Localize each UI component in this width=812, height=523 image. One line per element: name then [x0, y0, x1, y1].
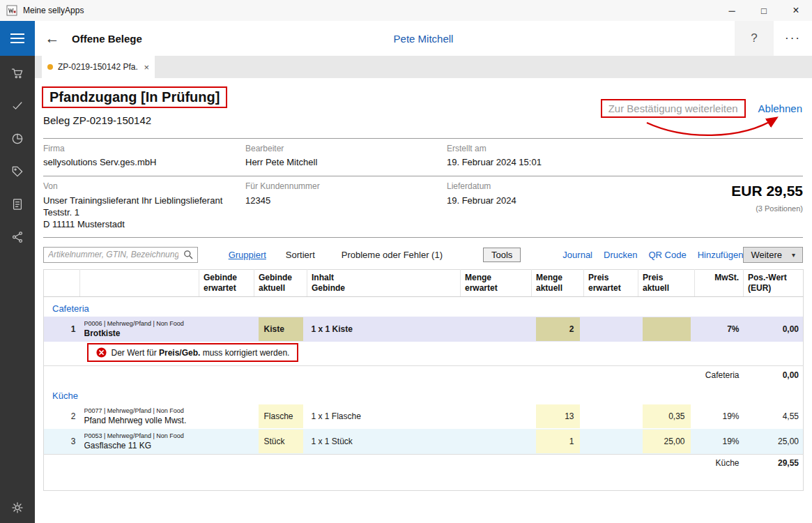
von-line1: Unser Trainingslieferant Ihr Lieblingsli… [43, 195, 222, 206]
mwst-cell: 19% [695, 404, 744, 429]
col-header-gebinde-erwartet[interactable]: Gebindeerwartet [199, 270, 254, 297]
table-row[interactable]: 2 P0077 | Mehrweg/Pfand | Non Food Pfand… [44, 404, 804, 429]
erstellt-am-value: 19. Februar 2024 15:01 [447, 157, 542, 167]
gruppiert-link[interactable]: Gruppiert [229, 250, 266, 260]
pos-wert-cell: 0,00 [744, 317, 804, 342]
col-header-menge-aktuell[interactable]: Mengeaktuell [532, 270, 584, 297]
preis-erwartet-cell [584, 317, 638, 342]
journal-link[interactable]: Journal [562, 250, 592, 260]
menge-erwartet-cell [461, 404, 532, 429]
search-icon[interactable] [183, 249, 194, 260]
share-icon[interactable] [10, 230, 24, 244]
divider [43, 237, 803, 238]
cart-icon[interactable] [10, 66, 24, 80]
tab-label: ZP-0219-150142 Pfa... [58, 62, 138, 72]
bearbeiter-value: Herr Pete Mitchell [245, 157, 317, 167]
group-subtotal-kueche: Küche 29,55 [44, 454, 804, 472]
error-text-pre: Der Wert für [112, 348, 159, 358]
row-number: 3 [44, 429, 80, 455]
app-logo-icon [6, 5, 17, 16]
col-header-preis-aktuell[interactable]: Preisaktuell [638, 270, 695, 297]
inhalt-gebinde-cell: 1 x 1 Stück [307, 429, 461, 455]
gebinde-erwartet-cell [199, 429, 254, 455]
minimize-icon[interactable]: ─ [716, 0, 748, 21]
weitere-dropdown-button[interactable]: Weitere ▾ [743, 247, 803, 263]
close-icon[interactable]: × [780, 0, 812, 21]
book-icon[interactable] [10, 197, 24, 211]
lieferdatum-value: 19. Februar 2024 [447, 195, 516, 206]
pie-chart-icon[interactable] [10, 132, 24, 146]
menge-aktuell-cell[interactable]: 1 [532, 429, 584, 455]
document-number: Beleg ZP-0219-150142 [43, 114, 151, 126]
window-controls: ─ □ × [716, 0, 812, 21]
qr-code-link[interactable]: QR Code [648, 250, 686, 260]
group-header-cafeteria: Cafeteria [44, 297, 804, 317]
von-line3: D 11111 Musterstadt [43, 219, 125, 229]
search-input[interactable] [44, 250, 183, 259]
article-cell: P0053 | Mehrweg/Pfand | Non Food Gasflas… [80, 429, 199, 455]
app-header: Pete Mitchell ← Offene Belege ? ··· [0, 21, 812, 56]
preis-aktuell-cell[interactable]: 0,35 [638, 404, 695, 429]
reject-button[interactable]: Ablehnen [758, 103, 802, 114]
divider [43, 138, 803, 139]
tools-button[interactable]: Tools [483, 248, 521, 262]
tab-close-icon[interactable]: × [138, 62, 149, 73]
gebinde-aktuell-cell[interactable]: Stück [254, 429, 307, 455]
help-button[interactable]: ? [735, 21, 774, 56]
table-spacer [44, 472, 804, 490]
menge-aktuell-cell[interactable]: 2 [532, 317, 584, 342]
checkmark-icon[interactable] [10, 99, 24, 113]
gebinde-erwartet-cell [199, 404, 254, 429]
table-row[interactable]: 1 P0006 | Mehrweg/Pfand | Non Food Brotk… [44, 317, 804, 342]
col-header-mwst[interactable]: MwSt. [695, 270, 744, 297]
tag-icon[interactable] [10, 165, 24, 179]
pos-wert-cell: 4,55 [744, 404, 804, 429]
hamburger-menu-icon[interactable] [0, 21, 35, 56]
col-header-pos-wert[interactable]: Pos.-Wert(EUR) [744, 270, 804, 297]
col-header-num [44, 270, 80, 297]
document-title: Pfandzugang [In Prüfung] [42, 86, 227, 108]
kundennummer-label: Für Kundennummer [245, 181, 320, 191]
inhalt-gebinde-cell: 1 x 1 Kiste [307, 317, 461, 342]
subtotal-value: 0,00 [744, 366, 804, 384]
window-titlebar: Meine sellyApps ─ □ × [0, 0, 812, 21]
col-header-gebinde-aktuell[interactable]: Gebindeaktuell [254, 270, 307, 297]
von-label: Von [43, 181, 58, 191]
current-user[interactable]: Pete Mitchell [35, 21, 812, 56]
back-arrow-icon[interactable]: ← [42, 21, 63, 56]
article-code: P0006 | Mehrweg/Pfand | Non Food [84, 320, 195, 327]
article-name: Pfand Mehrweg volle Mwst. [84, 416, 195, 425]
menge-aktuell-cell[interactable]: 13 [532, 404, 584, 429]
drucken-link[interactable]: Drucken [604, 250, 637, 260]
col-header-preis-erwartet[interactable]: Preiserwartet [584, 270, 638, 297]
forward-for-confirmation-button[interactable]: Zur Bestätigung weiterleiten [601, 99, 746, 118]
tab-modified-dot-icon [47, 64, 53, 70]
sortiert-link[interactable]: Sortiert [286, 250, 315, 260]
menge-erwartet-cell [461, 317, 532, 342]
gebinde-aktuell-cell[interactable]: Flasche [254, 404, 307, 429]
von-line2: Teststr. 1 [43, 207, 79, 218]
maximize-icon[interactable]: □ [748, 0, 780, 21]
tab-document[interactable]: ZP-0219-150142 Pfa... × [42, 56, 155, 78]
menge-erwartet-cell [461, 429, 532, 455]
hinzufuegen-link[interactable]: Hinzufügen [698, 250, 744, 260]
error-text-post: muss korrigiert werden. [200, 348, 289, 358]
row-number: 2 [44, 404, 80, 429]
col-header-inhalt-gebinde[interactable]: InhaltGebinde [307, 270, 461, 297]
gebinde-aktuell-cell[interactable]: Kiste [254, 317, 307, 342]
col-header-menge-erwartet[interactable]: Mengeerwartet [461, 270, 532, 297]
chevron-down-icon: ▾ [792, 251, 795, 259]
table-row[interactable]: 3 P0053 | Mehrweg/Pfand | Non Food Gasfl… [44, 429, 804, 455]
group-header-kueche: Küche [44, 384, 804, 404]
preis-aktuell-cell[interactable] [638, 317, 695, 342]
article-cell: P0077 | Mehrweg/Pfand | Non Food Pfand M… [80, 404, 199, 429]
more-options-button[interactable]: ··· [774, 21, 812, 56]
error-icon [96, 347, 107, 358]
sidebar [0, 56, 35, 523]
total-block: EUR 29,55 (3 Positionen) [731, 183, 803, 213]
preis-aktuell-cell[interactable]: 25,00 [638, 429, 695, 455]
gear-icon[interactable] [10, 501, 24, 515]
mwst-cell: 7% [695, 317, 744, 342]
probleme-oder-fehler-link[interactable]: Probleme oder Fehler (1) [342, 250, 443, 260]
search-box [43, 247, 198, 263]
